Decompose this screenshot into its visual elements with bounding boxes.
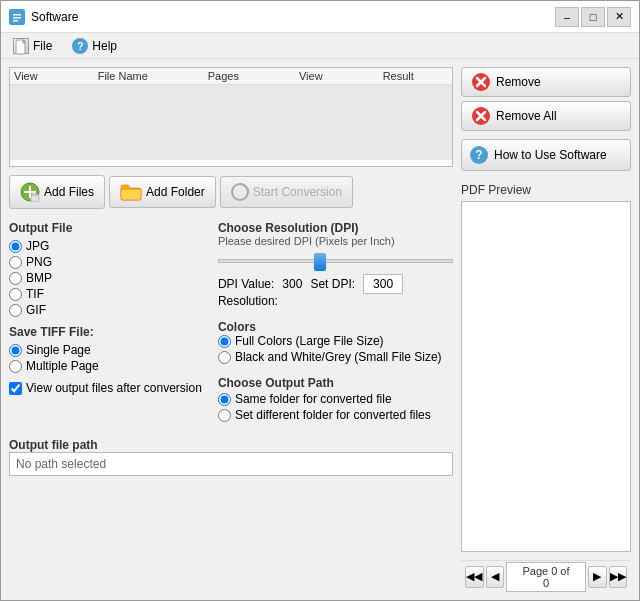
set-dpi-label: Set DPI: bbox=[310, 277, 355, 291]
file-list-content bbox=[10, 85, 452, 160]
svg-rect-9 bbox=[31, 195, 39, 202]
nav-last-button[interactable]: ▶▶ bbox=[609, 566, 628, 588]
save-tiff-group: Single Page Multiple Page bbox=[9, 343, 202, 373]
resolution-label: Resolution: bbox=[218, 294, 278, 308]
radio-bw-input[interactable] bbox=[218, 351, 231, 364]
app-icon bbox=[9, 9, 25, 25]
nav-next-button[interactable]: ▶ bbox=[588, 566, 607, 588]
radio-png[interactable]: PNG bbox=[9, 255, 202, 269]
colors-group: Full Colors (Large File Size) Black and … bbox=[218, 334, 453, 364]
start-conversion-button[interactable]: Start Conversion bbox=[220, 176, 353, 208]
title-bar-controls: – □ ✕ bbox=[555, 7, 631, 27]
dpi-value-row: DPI Value: 300 Set DPI: bbox=[218, 274, 453, 294]
window-title: Software bbox=[31, 10, 78, 24]
close-button[interactable]: ✕ bbox=[607, 7, 631, 27]
col-pages: Pages bbox=[208, 70, 239, 82]
file-icon bbox=[13, 38, 29, 54]
menu-help-label: Help bbox=[92, 39, 117, 53]
radio-bmp[interactable]: BMP bbox=[9, 271, 202, 285]
nav-prev-button[interactable]: ◀ bbox=[486, 566, 505, 588]
radio-full-colors[interactable]: Full Colors (Large File Size) bbox=[218, 334, 453, 348]
remove-all-label: Remove All bbox=[496, 109, 557, 123]
radio-gif[interactable]: GIF bbox=[9, 303, 202, 317]
radio-full-colors-input[interactable] bbox=[218, 335, 231, 348]
pdf-preview-section: PDF Preview bbox=[461, 179, 631, 552]
remove-button[interactable]: Remove bbox=[461, 67, 631, 97]
menu-item-help[interactable]: ? Help bbox=[68, 36, 121, 56]
radio-png-input[interactable] bbox=[9, 256, 22, 269]
file-list-area: View File Name Pages View Result bbox=[9, 67, 453, 167]
nav-first-button[interactable]: ◀◀ bbox=[465, 566, 484, 588]
add-files-label: Add Files bbox=[44, 185, 94, 199]
left-options: Output File JPG PNG BMP TIF bbox=[9, 217, 202, 422]
output-path-label: Output file path bbox=[9, 438, 453, 452]
add-files-icon bbox=[20, 182, 40, 202]
radio-tif[interactable]: TIF bbox=[9, 287, 202, 301]
dpi-value: 300 bbox=[282, 277, 302, 291]
svg-rect-10 bbox=[32, 193, 36, 195]
navigation-bar: ◀◀ ◀ Page 0 of 0 ▶ ▶▶ bbox=[461, 560, 631, 592]
output-file-path-section: Output file path bbox=[9, 434, 453, 476]
output-path-group: Same folder for converted file Set diffe… bbox=[218, 392, 453, 422]
minimize-button[interactable]: – bbox=[555, 7, 579, 27]
how-to-button[interactable]: ? How to Use Software bbox=[461, 139, 631, 171]
radio-same-folder[interactable]: Same folder for converted file bbox=[218, 392, 453, 406]
svg-rect-1 bbox=[13, 14, 21, 16]
col-view2: View bbox=[299, 70, 323, 82]
view-output-checkbox-label[interactable]: View output files after conversion bbox=[9, 381, 202, 397]
remove-all-button[interactable]: Remove All bbox=[461, 101, 631, 131]
pdf-preview-label: PDF Preview bbox=[461, 179, 631, 201]
right-options: Choose Resolution (DPI) Please desired D… bbox=[218, 217, 453, 422]
output-file-label: Output File bbox=[9, 221, 202, 235]
how-to-label: How to Use Software bbox=[494, 148, 607, 162]
start-conversion-label: Start Conversion bbox=[253, 185, 342, 199]
radio-same-folder-input[interactable] bbox=[218, 393, 231, 406]
add-folder-label: Add Folder bbox=[146, 185, 205, 199]
colors-section: Colors Full Colors (Large File Size) Bla… bbox=[218, 316, 453, 364]
title-bar-left: Software bbox=[9, 9, 78, 25]
help-icon: ? bbox=[72, 38, 88, 54]
radio-different-folder-input[interactable] bbox=[218, 409, 231, 422]
remove-label: Remove bbox=[496, 75, 541, 89]
remove-icon bbox=[472, 73, 490, 91]
view-output-checkbox[interactable] bbox=[9, 382, 22, 395]
output-path-choose-label: Choose Output Path bbox=[218, 376, 453, 390]
menu-bar: File ? Help bbox=[1, 33, 639, 59]
radio-jpg[interactable]: JPG bbox=[9, 239, 202, 253]
output-path-input[interactable] bbox=[9, 452, 453, 476]
left-panel: View File Name Pages View Result bbox=[9, 67, 453, 592]
save-tiff-label: Save TIFF File: bbox=[9, 325, 202, 339]
radio-different-folder[interactable]: Set different folder for converted files bbox=[218, 408, 453, 422]
radio-multiple-page-input[interactable] bbox=[9, 360, 22, 373]
radio-jpg-input[interactable] bbox=[9, 240, 22, 253]
view-output-label: View output files after conversion bbox=[26, 381, 202, 397]
right-panel: Remove Remove All ? How to Use Software … bbox=[461, 67, 631, 592]
add-files-button[interactable]: Add Files bbox=[9, 175, 105, 209]
radio-single-page-input[interactable] bbox=[9, 344, 22, 357]
main-window: Software – □ ✕ File ? Help View F bbox=[0, 0, 640, 601]
add-folder-icon bbox=[120, 183, 142, 201]
radio-multiple-page[interactable]: Multiple Page bbox=[9, 359, 202, 373]
radio-single-page[interactable]: Single Page bbox=[9, 343, 202, 357]
col-view: View bbox=[14, 70, 38, 82]
toolbar: Add Files Add Folder Start Conversion bbox=[9, 175, 453, 209]
dpi-value-label: DPI Value: bbox=[218, 277, 274, 291]
dpi-input[interactable] bbox=[363, 274, 403, 294]
view-output-row: View output files after conversion bbox=[9, 381, 202, 397]
dpi-slider[interactable] bbox=[218, 251, 453, 271]
radio-gif-input[interactable] bbox=[9, 304, 22, 317]
svg-rect-2 bbox=[13, 17, 21, 19]
col-result: Result bbox=[383, 70, 414, 82]
remove-buttons: Remove Remove All bbox=[461, 67, 631, 131]
radio-bw[interactable]: Black and White/Grey (Small File Size) bbox=[218, 350, 453, 364]
remove-all-icon bbox=[472, 107, 490, 125]
radio-tif-input[interactable] bbox=[9, 288, 22, 301]
title-bar: Software – □ ✕ bbox=[1, 1, 639, 33]
add-folder-button[interactable]: Add Folder bbox=[109, 176, 216, 208]
radio-bmp-input[interactable] bbox=[9, 272, 22, 285]
how-to-icon: ? bbox=[470, 146, 488, 164]
maximize-button[interactable]: □ bbox=[581, 7, 605, 27]
resolution-row: Resolution: bbox=[218, 294, 453, 308]
menu-item-file[interactable]: File bbox=[9, 36, 56, 56]
output-path-choose-section: Choose Output Path Same folder for conve… bbox=[218, 372, 453, 422]
